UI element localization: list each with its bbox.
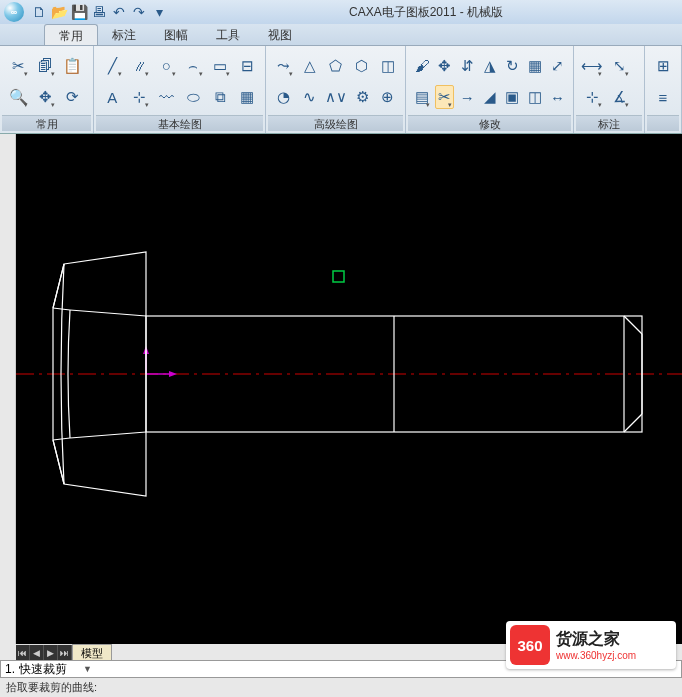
line-button[interactable]: ╱ — [100, 54, 124, 78]
zigzag-button[interactable]: ∧∨ — [324, 85, 348, 109]
point-button[interactable]: ⊹ — [127, 85, 151, 109]
window-title: CAXA电子图板2011 - 机械版 — [174, 4, 678, 21]
dim-linear-button[interactable]: ⟷ — [580, 54, 604, 78]
drawing-canvas[interactable] — [16, 134, 682, 644]
ribbon: ✂ 🗐 📋 🔍 ✥ ⟳ 常用 ╱ ⫽ ○ ⌢ ▭ ⊟ A ⊹ — [0, 46, 682, 134]
paste-button[interactable]: 📋 — [60, 54, 84, 78]
stretch-button[interactable]: ↔ — [548, 85, 568, 109]
cut-button[interactable]: ✂ — [6, 54, 30, 78]
rect-button[interactable]: ▭ — [208, 54, 232, 78]
tab-frame[interactable]: 图幅 — [150, 24, 202, 45]
tab-first-icon[interactable]: ⏮ — [16, 645, 30, 661]
panel-basic-draw: ╱ ⫽ ○ ⌢ ▭ ⊟ A ⊹ 〰 ⬭ ⧉ ▦ 基本绘图 — [94, 46, 266, 133]
tab-common[interactable]: 常用 — [44, 24, 98, 45]
panel-label — [647, 115, 679, 131]
trim-button[interactable]: ✂ — [435, 85, 455, 109]
panel-dimension: ⟷ ⤡ ⊹ ∡ 标注 — [574, 46, 645, 133]
drawing-svg — [16, 134, 682, 644]
redo-icon[interactable]: ↷ — [130, 3, 148, 21]
explode-button[interactable]: ▣ — [503, 85, 523, 109]
save-icon[interactable]: 💾 — [70, 3, 88, 21]
svg-line-15 — [624, 316, 642, 334]
hole-button[interactable]: ⊕ — [377, 85, 400, 109]
panel-common: ✂ 🗐 📋 🔍 ✥ ⟳ 常用 — [0, 46, 94, 133]
panel-label: 修改 — [408, 115, 571, 131]
layer-button[interactable]: ▤ — [412, 85, 432, 109]
fillet-button[interactable]: ◢ — [480, 85, 500, 109]
watermark: 360 货源之家 www.360hyzj.com — [506, 621, 676, 669]
tab-next-icon[interactable]: ▶ — [44, 645, 58, 661]
text-button[interactable]: A — [100, 85, 124, 109]
circle-button[interactable]: ○ — [154, 54, 178, 78]
new-file-icon[interactable]: 🗋 — [30, 3, 48, 21]
watermark-title: 货源之家 — [556, 629, 636, 650]
svg-line-12 — [70, 432, 146, 438]
centerline-button[interactable]: ⊟ — [235, 54, 259, 78]
undo-icon[interactable]: ↶ — [110, 3, 128, 21]
watermark-url: www.360hyzj.com — [556, 650, 636, 661]
quick-access-toolbar: 🗋 📂 💾 🖶 ↶ ↷ ▾ — [30, 3, 168, 21]
tab-tools[interactable]: 工具 — [202, 24, 254, 45]
array-button[interactable]: ▦ — [525, 54, 545, 78]
break-button[interactable]: ◫ — [525, 85, 545, 109]
tab-last-icon[interactable]: ⏭ — [58, 645, 72, 661]
ellipse-button[interactable]: ⬭ — [181, 85, 205, 109]
svg-rect-5 — [333, 271, 344, 282]
chamfer-adv-button[interactable]: △ — [298, 54, 321, 78]
refresh-button[interactable]: ⟳ — [60, 85, 84, 109]
tab-annotation[interactable]: 标注 — [98, 24, 150, 45]
watermark-badge: 360 — [510, 625, 550, 665]
move-button[interactable]: ✥ — [435, 54, 455, 78]
tab-prev-icon[interactable]: ◀ — [30, 645, 44, 661]
dim-align-button[interactable]: ⤡ — [607, 54, 631, 78]
scale-button[interactable]: ⤢ — [548, 54, 568, 78]
vertical-scrollbar[interactable] — [0, 134, 16, 644]
rotate-button[interactable]: ↻ — [503, 54, 523, 78]
cmd-dropdown-icon[interactable]: ▼ — [83, 664, 92, 674]
cmd-prefix: 1. — [5, 662, 15, 676]
app-logo-icon: ∞ — [4, 2, 24, 22]
status-bar: 拾取要裁剪的曲线: — [0, 678, 682, 696]
svg-marker-4 — [169, 371, 177, 377]
copy-button[interactable]: 🗐 — [33, 54, 57, 78]
offset-button[interactable]: ⇵ — [457, 54, 477, 78]
zoom-button[interactable]: 🔍 — [6, 85, 30, 109]
tab-view[interactable]: 视图 — [254, 24, 306, 45]
brush-button[interactable]: 🖌 — [412, 54, 432, 78]
print-icon[interactable]: 🖶 — [90, 3, 108, 21]
parallel-button[interactable]: ⫽ — [127, 54, 151, 78]
extra1-button[interactable]: ⊞ — [651, 54, 675, 78]
open-file-icon[interactable]: 📂 — [50, 3, 68, 21]
panel-label: 基本绘图 — [96, 115, 263, 131]
hatch-button[interactable]: ▦ — [235, 85, 259, 109]
arc-adv-button[interactable]: ◔ — [272, 85, 295, 109]
polyline-button[interactable]: ⤳ — [272, 54, 295, 78]
panel-label: 标注 — [576, 115, 642, 131]
extra2-button[interactable]: ≡ — [651, 85, 675, 109]
panel-label: 高级绘图 — [268, 115, 403, 131]
spline-button[interactable]: 〰 — [154, 85, 178, 109]
qa-more-icon[interactable]: ▾ — [150, 3, 168, 21]
block-button[interactable]: ◫ — [376, 54, 399, 78]
workspace — [0, 134, 682, 644]
pan-button[interactable]: ✥ — [33, 85, 57, 109]
mirror-button[interactable]: ◮ — [480, 54, 500, 78]
arc-button[interactable]: ⌢ — [181, 54, 205, 78]
svg-line-16 — [624, 414, 642, 432]
polygon6-button[interactable]: ⬡ — [350, 54, 373, 78]
crop-button[interactable]: ⧉ — [208, 85, 232, 109]
wave-button[interactable]: ∿ — [298, 85, 321, 109]
panel-extra: ⊞ ≡ — [645, 46, 682, 133]
panel-label: 常用 — [2, 115, 91, 131]
ribbon-tab-strip: 常用 标注 图幅 工具 视图 — [0, 24, 682, 46]
panel-advanced-draw: ⤳ △ ⬠ ⬡ ◫ ◔ ∿ ∧∨ ⚙ ⊕ 高级绘图 — [266, 46, 406, 133]
title-bar: ∞ 🗋 📂 💾 🖶 ↶ ↷ ▾ CAXA电子图板2011 - 机械版 — [0, 0, 682, 24]
polygon-button[interactable]: ⬠ — [324, 54, 347, 78]
command-input[interactable] — [19, 662, 79, 676]
panel-modify: 🖌 ✥ ⇵ ◮ ↻ ▦ ⤢ ▤ ✂ → ◢ ▣ ◫ ↔ 修改 — [406, 46, 574, 133]
extend-button[interactable]: → — [457, 85, 477, 109]
svg-line-11 — [70, 310, 146, 316]
dim-angle-button[interactable]: ∡ — [607, 85, 631, 109]
dim-coord-button[interactable]: ⊹ — [580, 85, 604, 109]
gear-button[interactable]: ⚙ — [351, 85, 374, 109]
